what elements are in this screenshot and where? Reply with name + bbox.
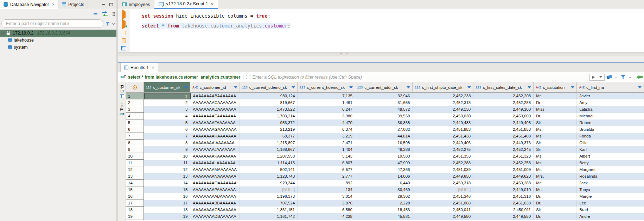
- grid-cell[interactable]: Amy: [577, 99, 644, 106]
- grid-cell[interactable]: 3,219: [298, 133, 355, 140]
- grid-cell[interactable]: 2,452,288: [413, 160, 474, 166]
- grid-cell[interactable]: 1,404: [298, 146, 355, 153]
- grid-cell[interactable]: Brunilda: [577, 126, 644, 133]
- grid-cell[interactable]: 16: [144, 193, 190, 200]
- grid-cell[interactable]: 2,451,438: [413, 133, 474, 140]
- maximize-icon[interactable]: [109, 3, 113, 6]
- grid-cell[interactable]: 7,135: [298, 93, 355, 99]
- grid-cell[interactable]: 134: [298, 186, 355, 193]
- grid-cell[interactable]: 2,451,038: [473, 200, 534, 207]
- row-number[interactable]: 7: [126, 133, 144, 140]
- grid-cell[interactable]: 6,374: [298, 126, 355, 133]
- grid-cell[interactable]: Margie: [577, 193, 644, 200]
- tab-results-1[interactable]: Results 1 ×: [120, 63, 158, 72]
- grid-cell[interactable]: 2,471: [298, 140, 355, 146]
- grid-cell[interactable]: AAAAAAAABBAAAAAA: [190, 200, 240, 207]
- grid-cell[interactable]: 17: [144, 200, 190, 207]
- grid-cell[interactable]: Dr.: [534, 113, 577, 119]
- grid-cell[interactable]: 819,667: [240, 99, 298, 106]
- grid-cell[interactable]: 12: [144, 166, 190, 173]
- grid-cell[interactable]: 8: [144, 140, 190, 146]
- grid-cell[interactable]: 9: [144, 146, 190, 153]
- grid-cell[interactable]: 6,580: [298, 207, 355, 213]
- grid-cell[interactable]: AAAAAAAALAAAAAAA: [190, 160, 240, 166]
- grid-cell[interactable]: Dr.: [534, 193, 577, 200]
- grid-cell[interactable]: 32,946: [355, 93, 413, 99]
- grid-cell[interactable]: Javier: [577, 93, 644, 99]
- grid-cell[interactable]: 4,238: [298, 213, 355, 220]
- expand-icon[interactable]: [246, 75, 250, 79]
- column-menu-icon[interactable]: [292, 86, 295, 88]
- chevron-down-icon[interactable]: [112, 22, 115, 25]
- grid-cell[interactable]: Ms.: [534, 186, 577, 193]
- tree-item-lakehouse[interactable]: lakehouse: [0, 37, 116, 44]
- grid-cell[interactable]: 4,470: [298, 119, 355, 126]
- grid-cell[interactable]: 19,580: [355, 153, 413, 160]
- grid-cell[interactable]: Miss: [534, 106, 577, 113]
- column-menu-icon[interactable]: [407, 86, 410, 88]
- column-header-c_customer_id[interactable]: A-Zc_customer_id: [190, 82, 240, 93]
- column-header-c_first_sales_date_sk[interactable]: 123c_first_sales_date_sk: [473, 82, 534, 93]
- editor-results-splitter[interactable]: ⌃⌃: [118, 52, 644, 56]
- grid-cell[interactable]: 2,452,245: [473, 146, 534, 153]
- grid-cell[interactable]: AAAAAAAAJAAAAAAA: [190, 146, 240, 153]
- grid-cell[interactable]: [NULL]: [413, 186, 474, 193]
- filter-icon[interactable]: [621, 75, 625, 79]
- table-row[interactable]: 88AAAAAAAAIAAAAAAA1,215,8972,47116,5982,…: [126, 140, 644, 146]
- grid-cell[interactable]: Fonda: [577, 133, 644, 140]
- column-header-c_first_shipto_date_sk[interactable]: 123c_first_shipto_date_sk: [413, 82, 473, 93]
- grid-cell[interactable]: 980,124: [240, 93, 298, 99]
- table-row[interactable]: 1212AAAAAAAAMAAAAAAA502,1416,57747,3662,…: [126, 166, 644, 173]
- grid-cell[interactable]: 2: [144, 99, 190, 106]
- grid-cell[interactable]: 2,450,288: [473, 180, 534, 186]
- grid-cell[interactable]: 5: [144, 119, 190, 126]
- sql-code[interactable]: set session hide_inaccessible_columns = …: [142, 11, 291, 31]
- grid-cell[interactable]: 2,450,011: [473, 207, 534, 213]
- grid-cell[interactable]: Albert: [577, 153, 644, 160]
- tab-grid-view[interactable]: Grid: [120, 82, 124, 100]
- grid-cell[interactable]: 2,228: [355, 200, 413, 207]
- expander-expanded-icon[interactable]: [2, 31, 5, 34]
- table-row[interactable]: 1414AAAAAAAAOAAAAAAA929,3448926,4402,450…: [126, 180, 644, 186]
- column-header-c_first_na[interactable]: A-Zc_first_na: [577, 82, 644, 93]
- table-row[interactable]: 1717AAAAAAAABBAAAAAA707,5243,8762,2282,4…: [126, 200, 644, 207]
- grid-cell[interactable]: 2,777: [298, 173, 355, 180]
- terminal-icon[interactable]: >_: [121, 46, 126, 50]
- grid-cell[interactable]: 2,452,318: [413, 99, 474, 106]
- column-menu-icon[interactable]: [349, 86, 353, 88]
- grid-cell[interactable]: 1,703,214: [240, 113, 298, 119]
- grid-cell[interactable]: 2,450,318: [413, 180, 474, 186]
- grid-cell[interactable]: 2,451,883: [413, 126, 474, 133]
- filter-settings-icon[interactable]: [106, 22, 110, 26]
- grid-cell[interactable]: 1,207,553: [240, 153, 298, 160]
- grid-cell[interactable]: Margaret: [577, 166, 644, 173]
- tab-employees[interactable]: employees: [118, 0, 154, 9]
- grid-cell[interactable]: 2,449,406: [413, 140, 474, 146]
- grid-cell[interactable]: AAAAAAAAABAAAAAA: [190, 193, 240, 200]
- grid-cell[interactable]: 1,215,897: [240, 140, 298, 146]
- grid-cell[interactable]: Jack: [577, 180, 644, 186]
- column-menu-icon[interactable]: [184, 86, 188, 88]
- row-number[interactable]: 14: [126, 180, 144, 186]
- row-number[interactable]: 13: [126, 173, 144, 180]
- grid-cell[interactable]: AAAAAAAAEAAAAAAA: [190, 113, 240, 119]
- grid-cell[interactable]: 2,450,041: [413, 207, 474, 213]
- grid-cell[interactable]: 2,449,100: [473, 106, 534, 113]
- grid-cell[interactable]: 2,452,238: [413, 93, 474, 99]
- grid-cell[interactable]: 2,451,323: [473, 153, 534, 160]
- grid-cell[interactable]: 2,451,039: [413, 166, 474, 173]
- grid-cell[interactable]: Ms.: [534, 126, 577, 133]
- clear-filter-icon[interactable]: [606, 75, 612, 79]
- column-menu-icon[interactable]: [571, 86, 574, 88]
- object-search-input[interactable]: [1, 19, 103, 28]
- grid-cell[interactable]: AAAAAAAACAAAAAAA: [190, 99, 240, 106]
- grid-cell[interactable]: 2,449,438: [413, 119, 474, 126]
- row-number[interactable]: 18: [126, 207, 144, 213]
- grid-cell[interactable]: 13: [144, 173, 190, 180]
- grid-cell[interactable]: 953,372: [240, 119, 298, 126]
- tree-item-system[interactable]: system: [0, 44, 116, 51]
- table-row[interactable]: 1010AAAAAAAAKAAAAAAA1,207,5535,14319,580…: [126, 153, 644, 160]
- table-row[interactable]: 1818AAAAAAAACBAAAAAA1,361,1516,58018,456…: [126, 207, 644, 213]
- grid-cell[interactable]: 6,807: [298, 160, 355, 166]
- grid-cell[interactable]: Betty: [577, 160, 644, 166]
